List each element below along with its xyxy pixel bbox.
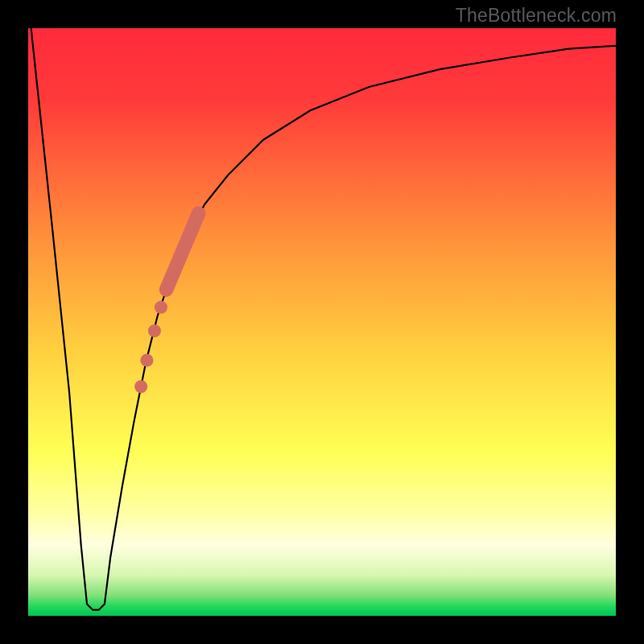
chart-frame: TheBottleneck.com bbox=[0, 0, 644, 644]
highlight-dot bbox=[134, 380, 147, 393]
gradient-background bbox=[28, 28, 616, 616]
highlight-dot bbox=[155, 301, 167, 314]
watermark-text: TheBottleneck.com bbox=[456, 5, 617, 27]
highlight-dot bbox=[140, 353, 153, 366]
highlight-dot bbox=[148, 324, 161, 337]
plot-area bbox=[28, 28, 616, 616]
chart-svg bbox=[28, 28, 616, 616]
